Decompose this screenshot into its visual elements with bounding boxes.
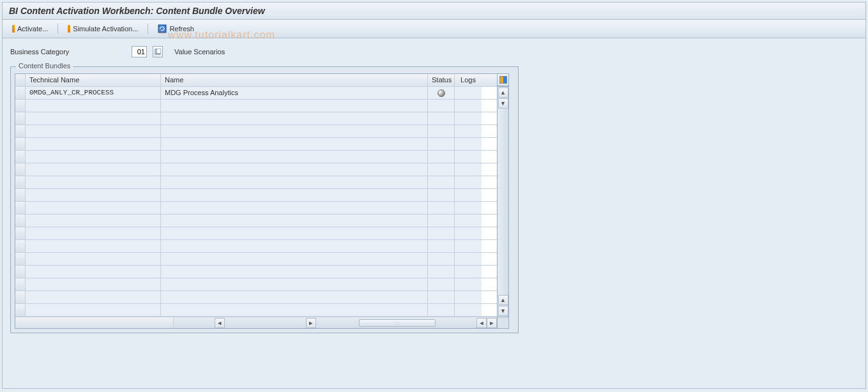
cell-technical-name: [26, 240, 161, 252]
table-row[interactable]: [15, 189, 497, 202]
refresh-label: Refresh: [169, 25, 194, 33]
scroll-up-button[interactable]: ▲: [498, 87, 508, 98]
row-selector[interactable]: [15, 176, 26, 188]
scroll-up-end-button[interactable]: ▲: [498, 295, 508, 305]
row-selector[interactable]: [15, 112, 26, 124]
business-category-description: Value Scenarios: [174, 48, 225, 56]
cell-status: [428, 100, 455, 112]
cell-status: [428, 215, 455, 227]
cell-name: [161, 266, 428, 278]
row-selector[interactable]: [15, 266, 26, 278]
row-selector[interactable]: [15, 227, 26, 239]
row-selector[interactable]: [15, 189, 26, 201]
cell-name: [161, 100, 428, 112]
table-row[interactable]: [15, 278, 497, 291]
table-row[interactable]: [15, 253, 497, 266]
table-row[interactable]: [15, 138, 497, 151]
cell-logs: [455, 176, 482, 188]
cell-status: [428, 87, 455, 99]
table-row[interactable]: [15, 215, 497, 227]
scroll-right-button[interactable]: ►: [487, 318, 497, 328]
row-selector[interactable]: [15, 202, 26, 214]
cell-technical-name: [26, 215, 161, 227]
cell-technical-name: [26, 176, 161, 188]
row-selector[interactable]: [15, 304, 26, 316]
cell-status: [428, 227, 455, 239]
row-selector[interactable]: [15, 151, 26, 163]
f4-help-button[interactable]: [153, 46, 163, 57]
select-all-corner[interactable]: [15, 74, 26, 86]
simulate-activation-button[interactable]: Simulate Activation...: [63, 23, 142, 34]
hscroll-spacer: [15, 317, 174, 328]
table-row[interactable]: [15, 125, 497, 138]
cell-technical-name: 0MDG_ANLY_CR_PROCESS: [26, 87, 161, 99]
cell-status: [428, 138, 455, 150]
cell-name: [161, 112, 428, 124]
toolbar-separator: [57, 24, 58, 34]
col-header-status[interactable]: Status: [428, 74, 455, 86]
cell-name: MDG Process Analytics: [161, 87, 428, 99]
cell-name: [161, 304, 428, 316]
simulate-label: Simulate Activation...: [73, 25, 138, 33]
cell-name: [161, 125, 428, 137]
cell-name: [161, 138, 428, 150]
col-header-logs[interactable]: Logs: [455, 74, 482, 86]
row-selector[interactable]: [15, 87, 26, 99]
activate-label: Activate...: [17, 25, 48, 33]
table-row[interactable]: [15, 163, 497, 176]
scroll-left-end-button[interactable]: ◄: [476, 318, 487, 328]
horizontal-scrollbar[interactable]: ◄ ► ::: ◄ ►: [174, 317, 497, 328]
cell-status: [428, 202, 455, 214]
scroll-left-button[interactable]: ◄: [215, 318, 225, 328]
table-row[interactable]: [15, 304, 497, 317]
cell-technical-name: [26, 100, 161, 112]
table-row[interactable]: [15, 112, 497, 125]
filter-row: Business Category Value Scenarios: [10, 46, 858, 57]
table-row[interactable]: [15, 291, 497, 304]
cell-status: [428, 278, 455, 290]
cell-logs: [455, 202, 482, 214]
table-row[interactable]: [15, 202, 497, 215]
hscroll-thumb[interactable]: :::: [359, 319, 436, 327]
cell-technical-name: [26, 138, 161, 150]
scroll-down-button[interactable]: ▼: [498, 306, 508, 316]
row-selector[interactable]: [15, 240, 26, 252]
refresh-button[interactable]: Refresh: [153, 22, 199, 35]
row-selector[interactable]: [15, 278, 26, 290]
activate-button[interactable]: Activate...: [8, 23, 52, 34]
table-row[interactable]: [15, 227, 497, 240]
cell-logs: [455, 240, 482, 252]
vertical-scrollbar[interactable]: ▲ ▼ ▲ ▼: [498, 86, 509, 317]
table-row[interactable]: [15, 240, 497, 253]
col-header-technical-name[interactable]: Technical Name: [26, 74, 161, 86]
cell-status: [428, 125, 455, 137]
cell-technical-name: [26, 151, 161, 163]
grid-settings-button[interactable]: [498, 73, 509, 86]
row-selector[interactable]: [15, 100, 26, 112]
row-selector[interactable]: [15, 215, 26, 227]
cell-logs: [455, 125, 482, 137]
business-category-input[interactable]: [132, 46, 147, 57]
cell-logs: [455, 87, 482, 99]
content-bundles-panel: Content Bundles Technical Name Name Stat…: [10, 66, 519, 333]
table-row[interactable]: [15, 266, 497, 278]
row-selector[interactable]: [15, 163, 26, 176]
cell-logs: [455, 253, 482, 265]
table-row[interactable]: [15, 176, 497, 189]
scroll-right-inner-button[interactable]: ►: [306, 318, 316, 328]
scroll-down-inner-button[interactable]: ▼: [498, 98, 508, 109]
col-header-name[interactable]: Name: [161, 74, 428, 86]
cell-status: [428, 112, 455, 124]
row-selector[interactable]: [15, 291, 26, 303]
toolbar-separator: [148, 24, 148, 34]
row-selector[interactable]: [15, 253, 26, 265]
cell-name: [161, 278, 428, 290]
table-row[interactable]: 0MDG_ANLY_CR_PROCESSMDG Process Analytic…: [15, 87, 497, 100]
page-title: BI Content Activation Workbench: Content…: [3, 3, 865, 20]
table-row[interactable]: [15, 151, 497, 163]
cell-name: [161, 215, 428, 227]
cell-technical-name: [26, 253, 161, 265]
row-selector[interactable]: [15, 125, 26, 137]
row-selector[interactable]: [15, 138, 26, 150]
table-row[interactable]: [15, 100, 497, 112]
